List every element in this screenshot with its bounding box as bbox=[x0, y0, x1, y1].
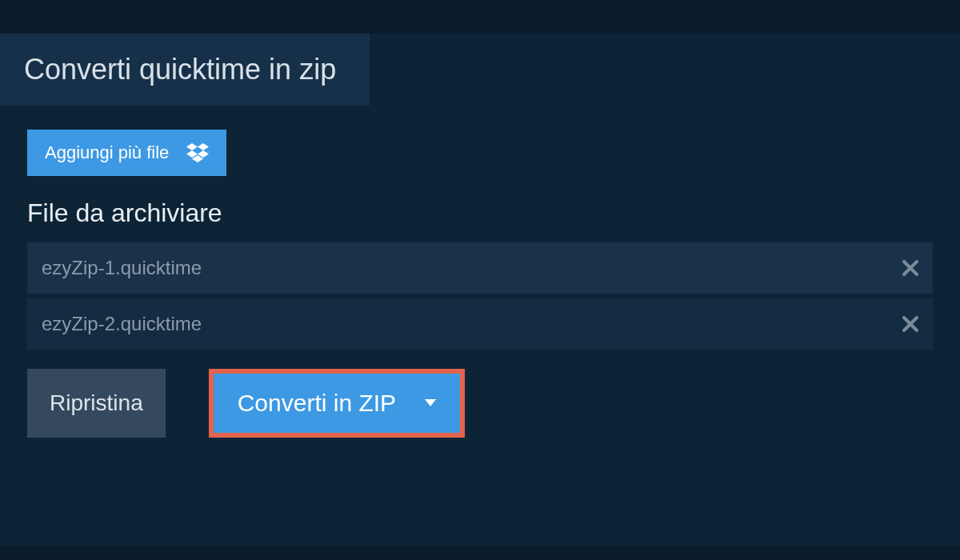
convert-label: Converti in ZIP bbox=[238, 390, 396, 417]
file-row: ezyZip-1.quicktime bbox=[27, 242, 933, 294]
tab-title: Converti quicktime in zip bbox=[24, 53, 336, 86]
file-name: ezyZip-1.quicktime bbox=[42, 257, 202, 279]
convert-highlight-border: Converti in ZIP bbox=[209, 369, 465, 438]
remove-file-icon[interactable] bbox=[902, 260, 918, 276]
actions-row: Ripristina Converti in ZIP bbox=[27, 369, 933, 438]
files-to-archive-heading: File da archiviare bbox=[27, 198, 933, 228]
add-files-label: Aggiungi più file bbox=[45, 142, 169, 163]
file-row: ezyZip-2.quicktime bbox=[27, 298, 933, 350]
convert-to-zip-button[interactable]: Converti in ZIP bbox=[214, 374, 460, 433]
remove-file-icon[interactable] bbox=[902, 316, 918, 332]
bottom-bar bbox=[0, 546, 960, 560]
caret-down-icon bbox=[425, 399, 436, 407]
main-content: Aggiungi più file File da archiviare ezy… bbox=[0, 106, 960, 438]
reset-label: Ripristina bbox=[50, 390, 143, 415]
active-tab[interactable]: Converti quicktime in zip bbox=[0, 34, 370, 106]
file-name: ezyZip-2.quicktime bbox=[42, 313, 202, 335]
reset-button[interactable]: Ripristina bbox=[27, 369, 166, 438]
dropbox-icon bbox=[186, 143, 209, 162]
add-more-files-button[interactable]: Aggiungi più file bbox=[27, 130, 226, 176]
top-bar bbox=[0, 0, 960, 34]
